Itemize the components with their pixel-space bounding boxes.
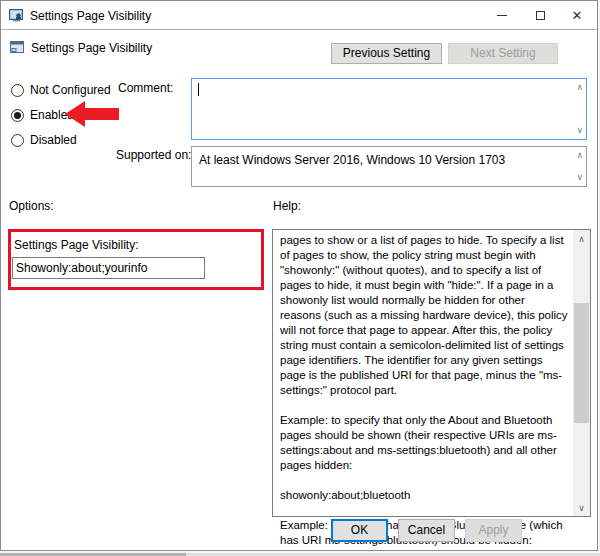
policy-window-icon (9, 39, 25, 55)
help-scrollbar[interactable]: ∧ ∨ (573, 230, 590, 516)
radio-not-configured[interactable]: Not Configured (11, 82, 111, 98)
ok-button[interactable]: OK (331, 519, 388, 542)
titlebar: Settings Page Visibility ✕ (1, 1, 597, 30)
annotation-arrow-icon (65, 101, 119, 127)
arrow-head (65, 101, 85, 127)
scroll-up-icon[interactable]: ∧ (576, 83, 583, 92)
comment-textarea[interactable]: ∧ ∨ (191, 78, 587, 140)
policy-setting-dialog: Settings Page Visibility ✕ Settings Page… (0, 0, 598, 551)
app-icon (9, 8, 24, 23)
options-section-label: Options: (9, 199, 54, 213)
radio-disabled[interactable]: Disabled (11, 132, 77, 148)
close-icon: ✕ (572, 9, 583, 22)
radio-circle (11, 84, 24, 97)
supported-on-value: At least Windows Server 2016, Windows 10… (199, 153, 505, 167)
comment-label: Comment: (118, 81, 173, 95)
previous-setting-button[interactable]: Previous Setting (331, 43, 442, 64)
help-text: pages to show or a list of pages to hide… (280, 233, 568, 551)
scroll-up-icon[interactable]: ∧ (573, 230, 590, 247)
scroll-down-icon[interactable]: ∨ (576, 126, 583, 135)
supported-on-box[interactable]: At least Windows Server 2016, Windows 10… (191, 146, 587, 187)
arrow-tail (84, 108, 119, 120)
minimize-button[interactable] (486, 1, 518, 29)
close-button[interactable]: ✕ (561, 1, 593, 29)
next-setting-button[interactable]: Next Setting (448, 43, 558, 64)
radio-label: Not Configured (30, 83, 111, 97)
policy-title: Settings Page Visibility (31, 41, 152, 55)
scroll-down-icon[interactable]: ∨ (573, 499, 590, 516)
cancel-button[interactable]: Cancel (398, 519, 455, 542)
setting-field-input[interactable] (12, 257, 205, 279)
help-section-label: Help: (273, 199, 301, 213)
maximize-button[interactable] (524, 1, 556, 29)
scrollbar-thumb[interactable] (574, 303, 589, 423)
text-cursor (198, 83, 199, 96)
supported-on-label: Supported on: (116, 148, 191, 162)
radio-label: Disabled (30, 133, 77, 147)
maximize-icon (536, 11, 545, 20)
radio-circle (11, 109, 24, 122)
scroll-down-icon[interactable]: ∨ (576, 173, 583, 182)
window-title: Settings Page Visibility (30, 9, 151, 23)
minimize-icon (497, 15, 507, 16)
setting-field-label: Settings Page Visibility: (14, 238, 139, 252)
help-box: pages to show or a list of pages to hide… (272, 229, 591, 517)
apply-button[interactable]: Apply (465, 519, 522, 542)
scroll-up-icon[interactable]: ∧ (576, 151, 583, 160)
radio-circle (11, 134, 24, 147)
